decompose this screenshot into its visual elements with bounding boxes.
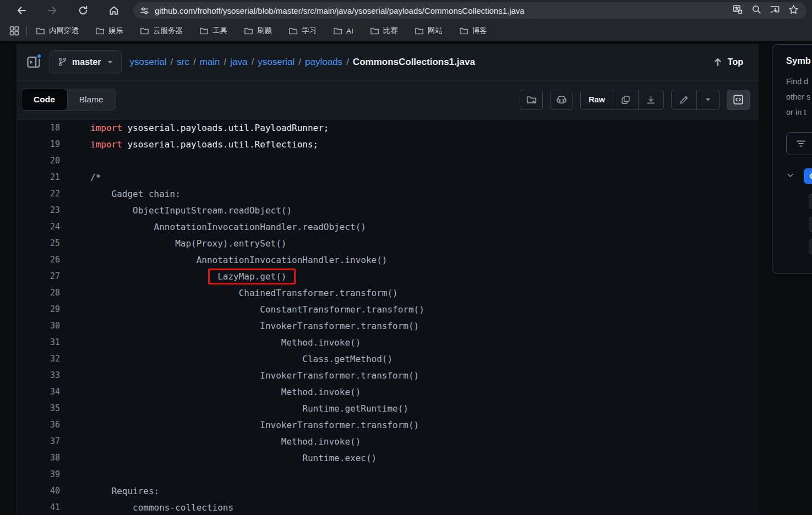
line-number[interactable]: 18 [17, 123, 60, 133]
line-number[interactable]: 33 [17, 370, 60, 380]
symbol-list-item[interactable] [809, 239, 812, 254]
edit-button-group [671, 90, 720, 110]
url-text[interactable]: github.com/frohoff/ysoserial/blob/master… [155, 6, 733, 15]
line-number[interactable]: 40 [17, 486, 60, 496]
code-line: 29 ConstantTransformer.transform() [17, 301, 759, 317]
line-number[interactable]: 22 [17, 189, 60, 199]
bookmark-folder[interactable]: 博客 [459, 26, 487, 36]
copy-button[interactable] [613, 90, 638, 109]
bookmark-star-icon[interactable] [788, 4, 799, 17]
github-page: master ysoserial/src/main/java/ysoserial… [0, 41, 812, 515]
line-number[interactable]: 29 [17, 304, 60, 314]
bookmark-folder[interactable]: 工具 [199, 26, 227, 36]
breadcrumb-link[interactable]: ysoserial [258, 57, 295, 67]
breadcrumb-link[interactable]: java [230, 57, 247, 67]
branch-selector[interactable]: master [50, 50, 122, 74]
translate-icon[interactable] [733, 4, 743, 17]
line-number[interactable]: 39 [17, 469, 60, 479]
symbol-list-item[interactable] [809, 194, 812, 209]
breadcrumb-link[interactable]: payloads [305, 57, 342, 67]
line-number[interactable]: 19 [17, 139, 60, 149]
bookmarks-separator [26, 26, 27, 36]
line-number[interactable]: 37 [17, 436, 60, 446]
code-text: Map(Proxy).entrySet() [60, 238, 286, 249]
install-icon[interactable] [770, 4, 780, 17]
apps-grid-icon[interactable] [9, 25, 20, 36]
line-number[interactable]: 30 [17, 321, 60, 331]
code-line: 21/* [17, 169, 759, 185]
folder-icon [140, 26, 149, 36]
bookmark-folder[interactable]: 内网穿透 [36, 26, 79, 36]
bookmark-folder[interactable]: AI [333, 26, 353, 36]
bookmark-label: 博客 [472, 26, 487, 36]
reload-icon[interactable] [77, 4, 89, 17]
folder-icon [288, 26, 298, 36]
code-line: 26 AnnotationInvocationHandler.invoke() [17, 251, 759, 268]
sidebar-toggle-icon[interactable] [26, 55, 41, 69]
code-line: 28 ChainedTransformer.transform() [17, 284, 759, 301]
raw-button[interactable]: Raw [581, 90, 613, 109]
edit-button[interactable] [672, 90, 696, 109]
line-number[interactable]: 24 [17, 222, 60, 232]
code-line: 33 InvokerTransformer.transform() [17, 367, 759, 383]
back-icon[interactable] [15, 4, 28, 17]
line-number[interactable]: 38 [17, 453, 60, 463]
zoom-icon[interactable] [751, 4, 761, 17]
code-text: import ysoserial.payloads.util.Reflectio… [60, 139, 318, 150]
code-text: commons-collections [60, 502, 233, 513]
home-icon[interactable] [108, 4, 120, 17]
code-line: 22 Gadget chain: [17, 185, 759, 202]
line-number[interactable]: 28 [17, 288, 60, 298]
copilot-button[interactable] [550, 90, 573, 110]
bookmark-label: AI [346, 27, 353, 35]
code-text: ChainedTransformer.transform() [60, 288, 398, 298]
symbols-filter-input[interactable] [786, 132, 812, 155]
breadcrumb-link[interactable]: main [200, 57, 220, 67]
address-bar[interactable]: github.com/frohoff/ysoserial/blob/master… [133, 2, 806, 19]
download-button[interactable] [638, 90, 663, 109]
bookmark-folder[interactable]: 网站 [415, 26, 443, 36]
code-line: 32 Class.getMethod() [17, 350, 759, 367]
code-line: 38 Runtime.exec() [17, 450, 759, 466]
bookmark-folder[interactable]: 娱乐 [95, 26, 123, 36]
line-number[interactable]: 41 [17, 502, 60, 512]
edit-dropdown-button[interactable] [696, 90, 719, 109]
line-number[interactable]: 23 [17, 205, 60, 215]
add-file-to-workspace-button[interactable] [520, 90, 543, 110]
folder-icon [415, 26, 424, 36]
symbol-list-item[interactable] [809, 217, 812, 232]
tab-blame[interactable]: Blame [67, 89, 116, 110]
code-line: 40 Requires: [17, 483, 759, 499]
bookmark-folder[interactable]: 比赛 [370, 26, 398, 36]
line-number[interactable]: 27 [17, 271, 60, 281]
line-number[interactable]: 34 [17, 387, 60, 397]
breadcrumb-link[interactable]: src [177, 57, 189, 67]
tab-code[interactable]: Code [21, 89, 68, 111]
site-settings-icon[interactable] [140, 6, 149, 15]
folder-icon [244, 26, 253, 36]
symbols-pane-toggle[interactable] [727, 90, 750, 110]
line-number[interactable]: 25 [17, 238, 60, 248]
code-text: Method.invoke() [60, 436, 361, 447]
breadcrumb-link[interactable]: ysoserial [129, 57, 166, 67]
bookmark-folder[interactable]: 云服务器 [140, 26, 183, 36]
bookmark-folder[interactable]: 刷题 [244, 26, 272, 36]
line-number[interactable]: 36 [17, 420, 60, 430]
selected-symbol-badge[interactable]: C [804, 168, 812, 184]
folder-icon [333, 26, 342, 36]
bookmarks-list: 内网穿透娱乐云服务器工具刷题学习AI比赛网站博客 [36, 26, 487, 36]
bookmark-folder[interactable]: 学习 [288, 26, 317, 36]
line-number[interactable]: 26 [17, 255, 60, 265]
chevron-down-icon[interactable] [786, 171, 794, 182]
line-number[interactable]: 32 [17, 354, 60, 364]
code-square-icon [733, 94, 744, 105]
code-line: 19import ysoserial.payloads.util.Reflect… [17, 136, 759, 152]
back-to-top-button[interactable]: Top [713, 57, 743, 67]
line-number[interactable]: 21 [17, 172, 60, 182]
code-text: Runtime.getRuntime() [60, 403, 408, 414]
forward-icon[interactable] [46, 4, 58, 17]
line-number[interactable]: 31 [17, 337, 60, 347]
line-number[interactable]: 20 [17, 156, 60, 166]
line-number[interactable]: 35 [17, 403, 60, 413]
download-icon [646, 95, 656, 105]
